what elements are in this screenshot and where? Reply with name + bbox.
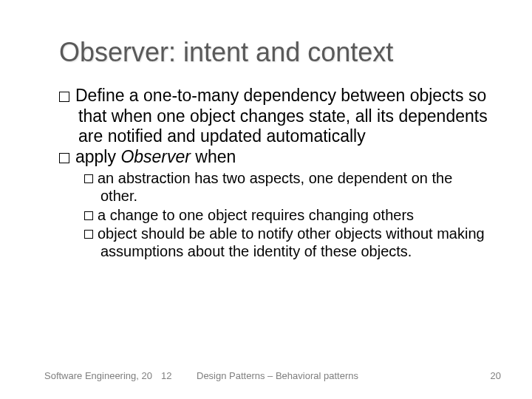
footer-mid2-text: Design Patterns – Behavioral patterns bbox=[197, 370, 358, 381]
bullet-text-suffix: when bbox=[191, 147, 236, 166]
sub-bullet-list: an abstraction has two aspects, one depe… bbox=[59, 170, 488, 260]
square-bullet-icon bbox=[59, 153, 69, 163]
sub-bullet-item: object should be able to notify other ob… bbox=[59, 225, 488, 260]
sub-bullet-item: a change to one object requires changing… bbox=[59, 207, 488, 225]
square-bullet-icon bbox=[84, 230, 93, 239]
bullet-text-italic: Observer bbox=[120, 147, 191, 166]
footer-page-number: 20 bbox=[491, 370, 501, 381]
bullet-item: apply Observer when bbox=[59, 147, 488, 168]
slide: Observer: intent and context Define a on… bbox=[0, 0, 532, 399]
square-bullet-icon bbox=[84, 211, 93, 220]
sub-bullet-text: object should be able to notify other ob… bbox=[98, 225, 485, 259]
bullet-text-prefix: apply bbox=[75, 147, 120, 166]
footer-left-text: Software Engineering, 20 bbox=[44, 370, 152, 381]
sub-bullet-text: a change to one object requires changing… bbox=[98, 207, 414, 223]
bullet-item: Define a one-to-many dependency between … bbox=[59, 86, 488, 147]
square-bullet-icon bbox=[84, 174, 93, 183]
sub-bullet-item: an abstraction has two aspects, one depe… bbox=[59, 170, 488, 205]
slide-title: Observer: intent and context bbox=[59, 37, 488, 68]
bullet-text: Define a one-to-many dependency between … bbox=[75, 86, 488, 146]
sub-bullet-text: an abstraction has two aspects, one depe… bbox=[98, 170, 452, 204]
footer-mid1-text: 12 bbox=[161, 370, 171, 381]
square-bullet-icon bbox=[59, 92, 69, 102]
